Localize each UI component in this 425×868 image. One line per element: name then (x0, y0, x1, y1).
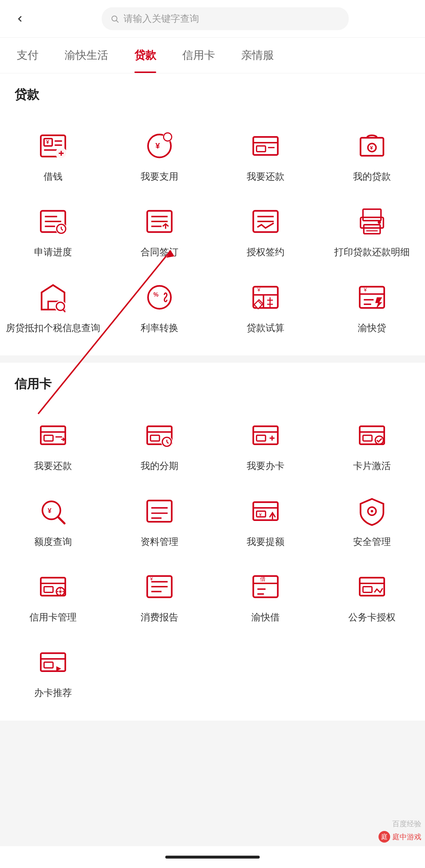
tab-loan[interactable]: 贷款 (121, 38, 169, 73)
auth-sign-label: 授权签约 (247, 245, 284, 258)
rate-convert-item[interactable]: % 利率转换 (106, 269, 213, 345)
svg-rect-71 (150, 435, 159, 441)
baidu-watermark: 百度经验 (392, 819, 421, 829)
quota-query-icon: ¥ (35, 493, 71, 529)
data-manage-item[interactable]: 资料管理 (106, 483, 213, 558)
activate-card-item[interactable]: 卡片激活 (319, 407, 425, 482)
print-detail-item[interactable]: 打印贷款还款明细 (319, 193, 425, 269)
svg-text:¥: ¥ (150, 576, 153, 582)
my-loan-label: 我的贷款 (353, 170, 391, 183)
svg-rect-20 (257, 146, 266, 152)
consumption-report-item[interactable]: ¥ 消费报告 (106, 558, 213, 634)
watermark-area: 百度经验 庭 庭中游戏 (379, 819, 421, 843)
app-watermark-label: 庭中游戏 (392, 832, 421, 842)
yukuai-borrow-icon: 借 (247, 569, 284, 605)
contract-sign-item[interactable]: 合同签订 (106, 193, 213, 269)
svg-point-17 (163, 133, 172, 141)
svg-rect-120 (363, 587, 372, 592)
card-recommend-icon (35, 644, 71, 680)
repay-icon (247, 128, 284, 164)
borrow-money-item[interactable]: ¥ 借钱 (0, 118, 106, 193)
data-manage-icon (141, 493, 178, 529)
security-manage-label: 安全管理 (353, 535, 391, 548)
consumption-report-label: 消费报告 (141, 611, 178, 624)
svg-text:¥: ¥ (46, 139, 49, 145)
svg-line-87 (58, 517, 65, 523)
loan-section-title: 贷款 (0, 73, 425, 110)
content-area: 贷款 ¥ (0, 73, 425, 750)
auth-sign-icon (247, 203, 284, 240)
apply-card-label: 我要办卡 (247, 459, 284, 472)
yukuai-loan-item[interactable]: ¥ 渝快贷 (319, 269, 425, 345)
apply-card-icon (247, 417, 284, 453)
apply-card-item[interactable]: 我要办卡 (212, 407, 319, 482)
loan-grid: ¥ 借钱 ¥ (0, 110, 425, 355)
apply-progress-item[interactable]: 申请进度 (0, 193, 106, 269)
svg-point-46 (378, 221, 381, 224)
card-repay-icon (35, 417, 71, 453)
credit-card-grid: 我要还款 我的分期 (0, 400, 425, 721)
yukuai-borrow-item[interactable]: 借 渝快借 (212, 558, 319, 634)
apply-progress-label: 申请进度 (34, 245, 72, 258)
svg-text:%: % (153, 292, 158, 298)
card-manage-item[interactable]: 信用卡管理 (0, 558, 106, 634)
tab-pay[interactable]: 支付 (4, 38, 52, 73)
app-watermark: 庭 庭中游戏 (379, 831, 421, 843)
auth-sign-item[interactable]: 授权签约 (212, 193, 319, 269)
loan-calc-icon: ¥ (247, 279, 284, 315)
security-manage-item[interactable]: 安全管理 (319, 483, 425, 558)
svg-text:¥: ¥ (48, 507, 52, 514)
print-detail-label: 打印贷款还款明细 (334, 245, 410, 258)
svg-text:¥: ¥ (257, 287, 261, 293)
activate-card-icon (354, 417, 390, 453)
svg-rect-67 (44, 435, 53, 441)
my-loan-item[interactable]: ¥ 我的贷款 (319, 118, 425, 193)
data-manage-label: 资料管理 (141, 535, 178, 548)
official-card-auth-item[interactable]: 公务卡授权 (319, 558, 425, 634)
contract-sign-label: 合同签订 (141, 245, 178, 258)
tab-yukuai-life[interactable]: 渝快生活 (52, 38, 121, 73)
credit-limit-label: 我要提额 (247, 535, 284, 548)
yukuai-borrow-label: 渝快借 (251, 611, 280, 624)
credit-limit-item[interactable]: ¥ 我要提额 (212, 483, 319, 558)
installment-item[interactable]: 我的分期 (106, 407, 213, 482)
credit-card-section-title: 信用卡 (0, 363, 425, 400)
tab-credit-card[interactable]: 信用卡 (169, 38, 228, 73)
card-recommend-label: 办卡推荐 (34, 686, 72, 699)
svg-text:¥: ¥ (155, 141, 160, 150)
loan-section: 贷款 ¥ (0, 73, 425, 355)
repay-item[interactable]: 我要还款 (212, 118, 319, 193)
activate-card-label: 卡片激活 (353, 459, 391, 472)
search-icon (110, 15, 119, 23)
borrow-money-label: 借钱 (44, 170, 62, 183)
header: 请输入关键字查询 (0, 0, 425, 38)
svg-point-98 (371, 510, 373, 512)
tab-bar: 支付 渝快生活 贷款 信用卡 亲情服 (0, 38, 425, 73)
tab-family-service[interactable]: 亲情服 (228, 38, 287, 73)
app-logo-icon: 庭 (379, 831, 390, 843)
loan-calc-item[interactable]: ¥ 贷款试算 (212, 269, 319, 345)
yukuai-loan-icon: ¥ (354, 279, 390, 315)
svg-rect-123 (44, 662, 53, 668)
rate-convert-icon: % (141, 279, 178, 315)
security-manage-icon (354, 493, 390, 529)
svg-point-0 (112, 16, 117, 21)
card-repay-item[interactable]: 我要还款 (0, 407, 106, 482)
withdraw-icon: ¥ (141, 128, 178, 164)
search-bar[interactable]: 请输入关键字查询 (102, 7, 349, 30)
print-detail-icon (354, 203, 390, 240)
quota-query-item[interactable]: ¥ 额度查询 (0, 483, 106, 558)
credit-limit-icon: ¥ (247, 493, 284, 529)
installment-icon (141, 417, 178, 453)
card-recommend-item[interactable]: 办卡推荐 (0, 634, 106, 709)
home-indicator (165, 856, 260, 859)
card-manage-icon (35, 569, 71, 605)
search-placeholder: 请输入关键字查询 (124, 12, 199, 25)
withdraw-item[interactable]: ¥ 我要支用 (106, 118, 213, 193)
back-button[interactable] (11, 10, 29, 28)
quota-query-label: 额度查询 (34, 535, 72, 548)
mortgage-tax-item[interactable]: 房贷抵扣个税信息查询 (0, 269, 106, 345)
svg-text:¥: ¥ (370, 145, 373, 151)
card-repay-label: 我要还款 (34, 459, 72, 472)
svg-point-50 (148, 286, 171, 309)
